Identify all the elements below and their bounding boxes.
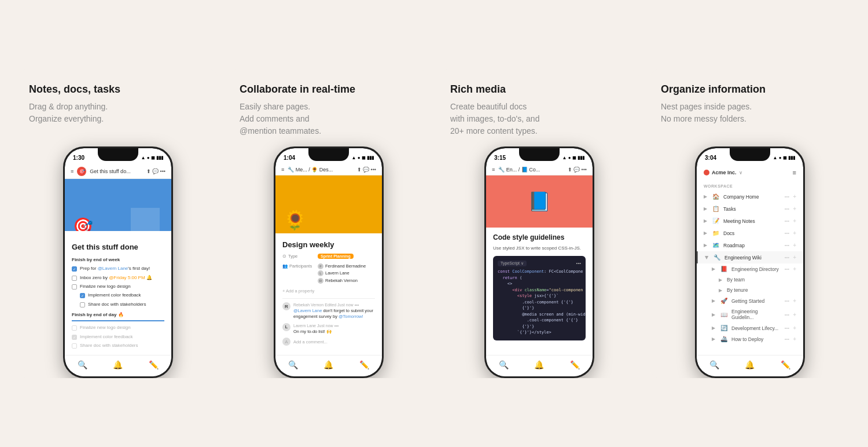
menu-icon-2: ≡	[281, 167, 284, 173]
sidebar-item-meeting-notes[interactable]: ▶ 📝 Meeting Notes ••• +	[697, 215, 803, 227]
sidebar-item-tasks[interactable]: ▶ 📋 Tasks ••• +	[697, 203, 803, 215]
p1-dim-task-3: Share doc with stakeholders	[72, 343, 164, 349]
phone-wrapper-4: 3:04 ▲ ● ◼ ▮▮▮ Acme Inc. ∨ ≡ WORKSPACE	[649, 134, 851, 378]
phone-bottom-bar-4: 🔍 🔔 ✏️	[697, 355, 803, 376]
p3-page-title: Code style guidelines	[493, 233, 586, 241]
sidebar-sub-dev-lifecycle[interactable]: ▶ 🔄 Development Lifecy... ••• +	[697, 323, 803, 334]
p4-acme-dot	[704, 170, 709, 175]
status-icons-1: ▲ ● ◼ ▮▮▮	[141, 155, 163, 160]
p4-getting-started-plus: +	[793, 298, 796, 304]
p3-code-copy[interactable]: •••	[576, 261, 581, 266]
p4-acme-label: Acme Inc. ∨	[704, 170, 742, 175]
p4-chevron-deploy: ▶	[712, 336, 715, 342]
p4-chevron-docs: ▶	[704, 230, 707, 236]
p1-page-title: Get this stuff done	[72, 243, 164, 251]
status-icons-3: ▲ ● ◼ ▮▮▮	[562, 155, 584, 160]
p4-workspace-label: WORKSPACE	[697, 181, 803, 190]
p3-desc: Use styled JSX to write scoped CSS-in-JS…	[493, 245, 586, 251]
search-icon-1[interactable]: 🔍	[78, 360, 87, 369]
p1-section2-label: Finish by end of day 🔥	[72, 312, 164, 317]
p1-hero-accent	[131, 208, 160, 231]
bell-icon-2[interactable]: 🔔	[323, 360, 333, 369]
p4-chevron-by-tenure: ▶	[719, 288, 722, 293]
bell-icon-3[interactable]: 🔔	[534, 360, 544, 369]
phone-wrapper-2: 1:04 ▲ ● ◼ ▮▮▮ ≡ 🔧 Me... / 🌻 Des... ⬆ 💬 …	[228, 146, 429, 378]
p1-dim-text-1: Finalize new logo design	[80, 325, 131, 331]
sidebar-sub-by-tenure[interactable]: ▶ By tenure	[697, 285, 803, 295]
compose-icon-4[interactable]: ✏️	[781, 360, 790, 369]
p4-home-plus: +	[793, 193, 796, 200]
p1-blue-line	[72, 320, 164, 321]
p2-type-value: Sprint Planning	[318, 254, 375, 260]
sidebar-sub-eng-directory[interactable]: ▶ 📕 Engineering Directory ••• +	[697, 263, 803, 274]
p3-code-line-11: `{'}'}</style>	[498, 329, 581, 336]
sidebar-item-docs[interactable]: ▶ 📁 Docs ••• +	[697, 227, 803, 239]
p2-type-badge: Sprint Planning	[318, 254, 354, 259]
feature-title-collaborate: Collaborate in real-time	[240, 83, 418, 96]
header-actions-3: ⬆ 💬 •••	[568, 167, 587, 173]
feature-card-collaborate: Collaborate in real-time Easily share pa…	[228, 69, 429, 378]
p4-wiki-icon: 🔧	[713, 254, 721, 261]
bell-icon-4[interactable]: 🔔	[745, 360, 755, 369]
p2-add-property[interactable]: + Add a property	[282, 288, 375, 294]
p4-header-top: Acme Inc. ∨ ≡	[697, 164, 803, 178]
phone-notch-4	[730, 148, 770, 161]
search-icon-3[interactable]: 🔍	[499, 360, 509, 369]
sidebar-item-roadmap[interactable]: ▶ 🗺️ Roadmap ••• +	[697, 239, 803, 251]
p4-dev-lifecycle-plus: +	[793, 325, 796, 331]
phone-screen-2: 1:04 ▲ ● ◼ ▮▮▮ ≡ 🔧 Me... / 🌻 Des... ⬆ 💬 …	[275, 148, 382, 376]
p1-task-3: Finalize new logo design	[72, 284, 164, 290]
p4-chevron-eng-dir: ▶	[712, 266, 715, 272]
p4-home-label: Company Home	[723, 194, 781, 200]
p2-participant-2: L Lavern Lane	[318, 270, 375, 277]
phone-bottom-bar-3: 🔍 🔔 ✏️	[486, 355, 593, 376]
p4-chevron-eng-guide: ▶	[712, 312, 715, 317]
p2-participants-property: 👥 Participants F Ferdinand Bernadine L L…	[282, 263, 375, 285]
compose-icon-3[interactable]: ✏️	[570, 360, 580, 369]
search-icon-4[interactable]: 🔍	[709, 360, 719, 369]
p3-code-line-7: {'}'}	[498, 305, 581, 312]
p2-page-title: Design weekly	[282, 240, 375, 249]
p4-menu-icon: ≡	[793, 169, 796, 176]
p4-chevron-wiki: ▶	[704, 256, 709, 259]
sidebar-sub-getting-started[interactable]: ▶ 🚀 Getting Started ••• +	[697, 295, 803, 306]
p4-dev-lifecycle-dots: •••	[785, 325, 789, 331]
p4-wiki-dots: •••	[785, 255, 789, 260]
p4-wiki-label: Engineering Wiki	[724, 255, 781, 261]
sidebar-item-company-home[interactable]: ▶ 🏠 Company Home ••• +	[697, 190, 803, 203]
p4-getting-started-icon: 🚀	[720, 298, 728, 304]
header-title-3: 🔧 En... / 📘 Co...	[498, 167, 564, 173]
p2-dots-1: •••	[355, 303, 359, 307]
p4-eng-guide-plus: +	[793, 312, 796, 318]
phone-header-1: ≡ 🎯 Get this stuff do... ⬆ 💬 •••	[65, 164, 171, 179]
sidebar-sub-by-team[interactable]: ▶ By team	[697, 274, 803, 285]
p1-section2: Finish by end of day 🔥 Finalize new logo…	[72, 312, 164, 349]
feature-text-collaborate: Collaborate in real-time Easily share pa…	[228, 69, 429, 146]
status-icons-2: ▲ ● ◼ ▮▮▮	[352, 155, 374, 160]
search-icon-2[interactable]: 🔍	[288, 360, 298, 369]
p3-code-block: TypeScript ∨ ••• const CoolComponent: FC…	[493, 256, 586, 340]
p2-add-comment[interactable]: A Add a comment...	[282, 338, 375, 346]
sidebar-sub-eng-guidelines[interactable]: ▶ 📖 Engineering Guidelin... ••• +	[697, 306, 803, 323]
sidebar-sub-how-to-deploy[interactable]: ▶ 🚢 How to Deploy ••• +	[697, 334, 803, 345]
p2-comment-header-2: Lavern Lane Just now •••	[293, 323, 375, 328]
p4-tasks-dots: •••	[785, 206, 789, 211]
features-container: Notes, docs, tasks Drag & drop anything.…	[6, 52, 862, 395]
compose-icon-2[interactable]: ✏️	[359, 360, 369, 369]
p4-chevron-home: ▶	[704, 194, 707, 199]
feature-title-notes: Notes, docs, tasks	[29, 83, 207, 96]
phone-wrapper-1: 1:30 ▲ ● ◼ ▮▮▮ ≡ 🎯 Get this stuff do... …	[17, 134, 219, 378]
p4-eng-guide-icon: 📖	[720, 312, 728, 318]
compose-icon-1[interactable]: ✏️	[149, 360, 159, 369]
sidebar-item-engineering-wiki[interactable]: ▶ 🔧 Engineering Wiki ••• +	[697, 251, 803, 263]
p2-avatar-2: L	[318, 270, 323, 276]
feature-desc-notes: Drag & drop anything.Organize everything…	[29, 101, 207, 125]
p3-book-icon: 📘	[528, 190, 551, 212]
p4-roadmap-label: Roadmap	[723, 243, 781, 248]
p2-comment-avatar-2: L	[282, 323, 290, 331]
p2-participants-value: F Ferdinand Bernadine L Lavern Lane R Re…	[318, 263, 375, 285]
p4-tasks-icon: 📋	[712, 206, 720, 212]
p4-dev-lifecycle-icon: 🔄	[720, 325, 728, 331]
menu-icon-1: ≡	[71, 168, 73, 174]
bell-icon-1[interactable]: 🔔	[113, 360, 123, 369]
